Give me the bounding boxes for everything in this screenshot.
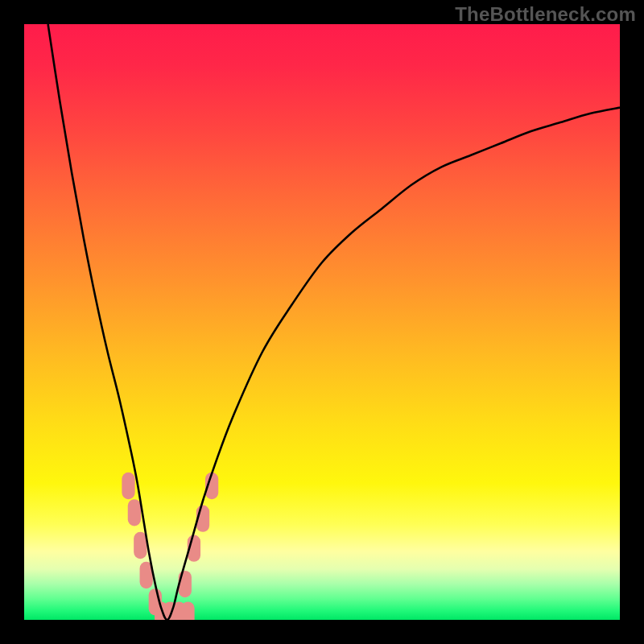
highlight-marker xyxy=(134,532,147,559)
highlight-marker xyxy=(122,473,134,499)
curve-layer xyxy=(24,24,620,620)
highlight-marker xyxy=(181,601,194,620)
highlight-marker xyxy=(128,499,141,526)
bottleneck-curve xyxy=(48,24,620,620)
chart-frame: TheBottleneck.com xyxy=(0,0,644,644)
highlight-marker xyxy=(179,571,192,597)
plot-area xyxy=(24,24,620,620)
watermark-text: TheBottleneck.com xyxy=(455,3,636,26)
